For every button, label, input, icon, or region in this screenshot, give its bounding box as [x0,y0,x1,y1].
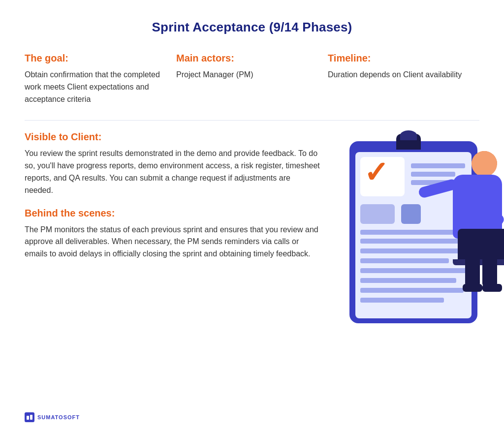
person-shoe-right [482,284,502,292]
behind-text: The PM monitors the status of each previ… [25,224,320,260]
timeline-text: Duration depends on Client availability [328,69,479,81]
person-leg-right [482,237,497,286]
svg-rect-17 [30,415,32,420]
actors-column: Main actors: Project Manager (PM) [176,53,328,105]
checkmark-icon: ✓ [364,158,388,187]
logo-text: SUMATOSOFT [37,414,80,420]
page-title: Sprint Acceptance (9/14 Phases) [25,20,479,35]
left-content: Visible to Client: You review the sprint… [25,131,320,363]
main-card: Sprint Acceptance (9/14 Phases) The goal… [0,0,504,433]
behind-label: Behind the scenes: [25,208,320,219]
visible-section: Visible to Client: You review the sprint… [25,131,320,196]
actors-text: Project Manager (PM) [176,69,328,81]
actors-label: Main actors: [176,53,328,64]
visible-text: You review the sprint results demonstrat… [25,148,320,196]
logo-svg [26,414,33,421]
right-illustration: ✓ [320,131,504,363]
clipboard-clip-inner [400,130,417,140]
clipboard-block-1 [360,204,395,224]
clipboard-block-2 [401,204,421,224]
person-figure [438,151,504,348]
person-shoe-left [463,284,482,292]
clipboard-line-13 [360,298,444,303]
visible-label: Visible to Client: [25,131,320,143]
illustration: ✓ [320,126,504,363]
goal-text: Obtain confirmation that the completed w… [25,69,176,105]
person-head [472,151,497,177]
behind-section: Behind the scenes: The PM monitors the s… [25,208,320,260]
svg-rect-16 [27,416,29,420]
main-section: Visible to Client: You review the sprint… [25,131,479,363]
divider [25,120,479,121]
timeline-column: Timeline: Duration depends on Client ava… [328,53,479,105]
goal-label: The goal: [25,53,176,64]
timeline-label: Timeline: [328,53,479,64]
clipboard-line-9 [360,258,449,263]
logo-icon [25,412,34,422]
goal-column: The goal: Obtain confirmation that the c… [25,53,176,105]
top-section: The goal: Obtain confirmation that the c… [25,53,479,105]
person-leg-left [465,237,480,286]
logo: SUMATOSOFT [25,412,80,422]
